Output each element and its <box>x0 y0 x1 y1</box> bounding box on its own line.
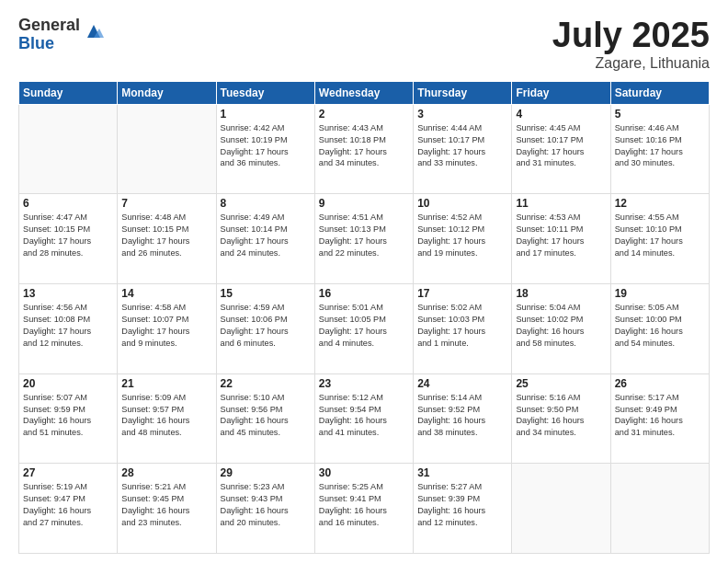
calendar-table: Sunday Monday Tuesday Wednesday Thursday… <box>18 81 710 554</box>
table-row: 3Sunrise: 4:44 AM Sunset: 10:17 PM Dayli… <box>414 104 512 194</box>
header-thursday: Thursday <box>414 81 512 104</box>
day-number: 5 <box>615 108 705 121</box>
table-row <box>118 104 216 194</box>
day-detail: Sunrise: 4:46 AM Sunset: 10:16 PM Daylig… <box>615 122 705 170</box>
day-detail: Sunrise: 4:44 AM Sunset: 10:17 PM Daylig… <box>417 122 507 170</box>
calendar-week-1: 1Sunrise: 4:42 AM Sunset: 10:19 PM Dayli… <box>19 104 710 194</box>
day-detail: Sunrise: 4:45 AM Sunset: 10:17 PM Daylig… <box>516 122 606 170</box>
table-row: 30Sunrise: 5:25 AM Sunset: 9:41 PM Dayli… <box>314 464 413 554</box>
table-row: 2Sunrise: 4:43 AM Sunset: 10:18 PM Dayli… <box>314 104 413 194</box>
day-detail: Sunrise: 4:49 AM Sunset: 10:14 PM Daylig… <box>221 212 311 259</box>
title-block: July 2025 Zagare, Lithuania <box>552 17 710 72</box>
header-saturday: Saturday <box>610 81 709 104</box>
table-row: 18Sunrise: 5:04 AM Sunset: 10:02 PM Dayl… <box>512 284 610 374</box>
day-detail: Sunrise: 5:16 AM Sunset: 9:50 PM Dayligh… <box>516 392 606 440</box>
day-number: 28 <box>121 466 211 479</box>
day-detail: Sunrise: 5:14 AM Sunset: 9:52 PM Dayligh… <box>417 392 507 440</box>
table-row: 8Sunrise: 4:49 AM Sunset: 10:14 PM Dayli… <box>216 194 314 284</box>
day-detail: Sunrise: 5:02 AM Sunset: 10:03 PM Daylig… <box>417 302 507 350</box>
page: General Blue July 2025 Zagare, Lithuania… <box>0 0 728 563</box>
header-sunday: Sunday <box>19 81 118 104</box>
table-row: 9Sunrise: 4:51 AM Sunset: 10:13 PM Dayli… <box>314 194 413 284</box>
day-number: 26 <box>615 377 705 390</box>
day-number: 30 <box>319 466 409 479</box>
day-detail: Sunrise: 5:21 AM Sunset: 9:45 PM Dayligh… <box>121 481 211 529</box>
table-row: 16Sunrise: 5:01 AM Sunset: 10:05 PM Dayl… <box>314 284 413 374</box>
day-detail: Sunrise: 5:25 AM Sunset: 9:41 PM Dayligh… <box>319 481 409 529</box>
header-tuesday: Tuesday <box>216 81 314 104</box>
table-row: 19Sunrise: 5:05 AM Sunset: 10:00 PM Dayl… <box>610 284 709 374</box>
table-row <box>610 464 709 554</box>
logo-general: General <box>18 17 80 35</box>
day-detail: Sunrise: 5:05 AM Sunset: 10:00 PM Daylig… <box>615 302 705 350</box>
header-wednesday: Wednesday <box>314 81 413 104</box>
table-row: 4Sunrise: 4:45 AM Sunset: 10:17 PM Dayli… <box>512 104 610 194</box>
day-detail: Sunrise: 4:59 AM Sunset: 10:06 PM Daylig… <box>221 302 311 350</box>
day-number: 24 <box>417 377 507 390</box>
day-number: 25 <box>516 377 606 390</box>
day-detail: Sunrise: 5:01 AM Sunset: 10:05 PM Daylig… <box>319 302 409 350</box>
day-number: 2 <box>319 108 409 121</box>
day-number: 17 <box>417 287 507 300</box>
day-number: 22 <box>221 377 311 390</box>
table-row: 27Sunrise: 5:19 AM Sunset: 9:47 PM Dayli… <box>19 464 118 554</box>
day-detail: Sunrise: 4:56 AM Sunset: 10:08 PM Daylig… <box>23 302 113 350</box>
table-row: 13Sunrise: 4:56 AM Sunset: 10:08 PM Dayl… <box>19 284 118 374</box>
table-row: 26Sunrise: 5:17 AM Sunset: 9:49 PM Dayli… <box>610 373 709 464</box>
day-number: 1 <box>221 108 311 121</box>
calendar-week-5: 27Sunrise: 5:19 AM Sunset: 9:47 PM Dayli… <box>19 464 710 554</box>
day-detail: Sunrise: 4:58 AM Sunset: 10:07 PM Daylig… <box>121 302 211 350</box>
table-row: 12Sunrise: 4:55 AM Sunset: 10:10 PM Dayl… <box>610 194 709 284</box>
day-detail: Sunrise: 5:27 AM Sunset: 9:39 PM Dayligh… <box>417 481 507 529</box>
table-row: 6Sunrise: 4:47 AM Sunset: 10:15 PM Dayli… <box>19 194 118 284</box>
day-detail: Sunrise: 4:48 AM Sunset: 10:15 PM Daylig… <box>121 212 211 259</box>
day-number: 7 <box>121 197 211 210</box>
table-row: 28Sunrise: 5:21 AM Sunset: 9:45 PM Dayli… <box>118 464 216 554</box>
day-number: 10 <box>417 197 507 210</box>
day-detail: Sunrise: 4:42 AM Sunset: 10:19 PM Daylig… <box>221 122 311 170</box>
table-row: 23Sunrise: 5:12 AM Sunset: 9:54 PM Dayli… <box>314 373 413 464</box>
title-location: Zagare, Lithuania <box>552 55 710 72</box>
table-row: 5Sunrise: 4:46 AM Sunset: 10:16 PM Dayli… <box>610 104 709 194</box>
table-row: 1Sunrise: 4:42 AM Sunset: 10:19 PM Dayli… <box>216 104 314 194</box>
calendar-week-3: 13Sunrise: 4:56 AM Sunset: 10:08 PM Dayl… <box>19 284 710 374</box>
day-detail: Sunrise: 4:55 AM Sunset: 10:10 PM Daylig… <box>615 212 705 259</box>
day-number: 27 <box>23 466 113 479</box>
day-number: 16 <box>319 287 409 300</box>
day-detail: Sunrise: 4:52 AM Sunset: 10:12 PM Daylig… <box>417 212 507 259</box>
header-friday: Friday <box>512 81 610 104</box>
logo-icon <box>84 21 104 45</box>
day-number: 3 <box>417 108 507 121</box>
table-row: 11Sunrise: 4:53 AM Sunset: 10:11 PM Dayl… <box>512 194 610 284</box>
logo: General Blue <box>18 17 104 53</box>
table-row: 29Sunrise: 5:23 AM Sunset: 9:43 PM Dayli… <box>216 464 314 554</box>
table-row: 24Sunrise: 5:14 AM Sunset: 9:52 PM Dayli… <box>414 373 512 464</box>
calendar-header-row: Sunday Monday Tuesday Wednesday Thursday… <box>19 81 710 104</box>
table-row: 7Sunrise: 4:48 AM Sunset: 10:15 PM Dayli… <box>118 194 216 284</box>
calendar-week-2: 6Sunrise: 4:47 AM Sunset: 10:15 PM Dayli… <box>19 194 710 284</box>
day-number: 19 <box>615 287 705 300</box>
day-number: 18 <box>516 287 606 300</box>
day-number: 13 <box>23 287 113 300</box>
day-number: 31 <box>417 466 507 479</box>
table-row: 20Sunrise: 5:07 AM Sunset: 9:59 PM Dayli… <box>19 373 118 464</box>
table-row: 17Sunrise: 5:02 AM Sunset: 10:03 PM Dayl… <box>414 284 512 374</box>
table-row: 25Sunrise: 5:16 AM Sunset: 9:50 PM Dayli… <box>512 373 610 464</box>
logo-text: General Blue <box>18 17 80 53</box>
day-detail: Sunrise: 4:53 AM Sunset: 10:11 PM Daylig… <box>516 212 606 259</box>
day-detail: Sunrise: 5:19 AM Sunset: 9:47 PM Dayligh… <box>23 481 113 529</box>
day-number: 23 <box>319 377 409 390</box>
day-detail: Sunrise: 4:51 AM Sunset: 10:13 PM Daylig… <box>319 212 409 259</box>
day-number: 29 <box>221 466 311 479</box>
day-detail: Sunrise: 5:04 AM Sunset: 10:02 PM Daylig… <box>516 302 606 350</box>
day-detail: Sunrise: 4:43 AM Sunset: 10:18 PM Daylig… <box>319 122 409 170</box>
logo-blue: Blue <box>18 35 80 53</box>
header: General Blue July 2025 Zagare, Lithuania <box>18 17 710 72</box>
day-number: 21 <box>121 377 211 390</box>
table-row <box>19 104 118 194</box>
day-number: 14 <box>121 287 211 300</box>
table-row: 14Sunrise: 4:58 AM Sunset: 10:07 PM Dayl… <box>118 284 216 374</box>
day-detail: Sunrise: 5:12 AM Sunset: 9:54 PM Dayligh… <box>319 392 409 440</box>
calendar-week-4: 20Sunrise: 5:07 AM Sunset: 9:59 PM Dayli… <box>19 373 710 464</box>
day-number: 15 <box>221 287 311 300</box>
